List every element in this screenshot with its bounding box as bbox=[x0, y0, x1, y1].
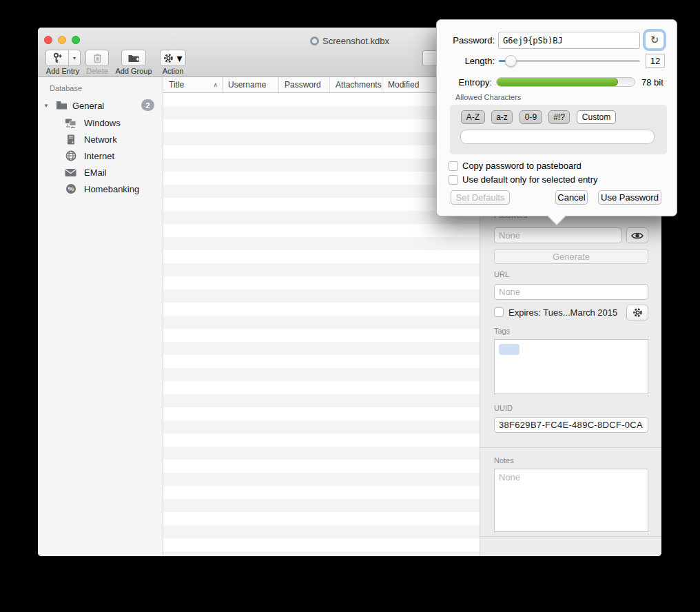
delete-label: Delete bbox=[86, 67, 108, 75]
entry-table: Title ∧ Username Password Attachments Mo… bbox=[163, 77, 480, 556]
add-entry-label: Add Entry bbox=[46, 67, 79, 75]
refresh-icon: ↻ bbox=[650, 34, 659, 46]
percent-icon: % bbox=[65, 183, 76, 195]
tag-token[interactable] bbox=[499, 344, 519, 355]
copy-to-pasteboard-label: Copy password to pasteboard bbox=[462, 161, 581, 171]
generate-password-button[interactable]: Generate bbox=[494, 249, 648, 264]
default-for-entry-row: Use default only for selected entry bbox=[449, 174, 598, 185]
generated-password-field[interactable] bbox=[498, 32, 640, 49]
url-field[interactable] bbox=[494, 284, 648, 300]
default-for-entry-label: Use default only for selected entry bbox=[462, 174, 598, 185]
add-entry-button[interactable]: ▾ bbox=[45, 50, 81, 66]
charset-symbols-toggle[interactable]: #!? bbox=[548, 110, 570, 124]
allowed-characters-groupbox: A-Z a-z 0-9 #!? Custom bbox=[450, 105, 667, 154]
entropy-meter-fill bbox=[497, 78, 618, 86]
sidebar-section-header: Database bbox=[50, 84, 82, 92]
sidebar-item-email[interactable]: EMail bbox=[38, 165, 163, 179]
cancel-button[interactable]: Cancel bbox=[555, 190, 588, 205]
delete-button[interactable] bbox=[85, 50, 109, 66]
entry-table-header: Title ∧ Username Password Attachments Mo… bbox=[163, 77, 480, 93]
sidebar-item-windows[interactable]: Windows bbox=[38, 116, 163, 130]
add-group-button[interactable] bbox=[121, 50, 146, 66]
regenerate-password-button[interactable]: ↻ bbox=[645, 31, 664, 49]
group-sidebar: Database ▼ General 2 bbox=[38, 77, 163, 556]
reveal-password-button[interactable] bbox=[626, 227, 648, 243]
chevron-down-icon[interactable]: ▾ bbox=[69, 50, 80, 65]
server-icon bbox=[65, 134, 76, 145]
expiry-date-options-button[interactable] bbox=[626, 305, 648, 320]
sidebar-item-general[interactable]: ▼ General 2 bbox=[38, 99, 163, 112]
length-value-field[interactable]: 12 bbox=[646, 54, 665, 68]
sidebar-item-label: Homebanking bbox=[84, 184, 139, 194]
tags-field[interactable] bbox=[494, 339, 648, 394]
use-password-button[interactable]: Use Password bbox=[598, 190, 661, 205]
window-title: Screenshot.kdbx bbox=[322, 36, 389, 46]
sidebar-item-homebanking[interactable]: % Homebanking bbox=[38, 182, 163, 196]
column-header-password[interactable]: Password bbox=[279, 77, 330, 92]
password-field[interactable] bbox=[494, 227, 621, 243]
charset-custom-toggle[interactable]: Custom bbox=[577, 110, 616, 124]
folder-icon bbox=[56, 100, 68, 112]
sidebar-item-label: Network bbox=[84, 134, 117, 145]
column-header-username[interactable]: Username bbox=[223, 77, 279, 92]
svg-text:%: % bbox=[68, 185, 74, 192]
password-generator-popover: Password: ↻ Length: 12 Entropy: 78 bit A… bbox=[436, 19, 677, 216]
disclosure-triangle-icon[interactable]: ▼ bbox=[43, 103, 49, 109]
tags-section-label: Tags bbox=[494, 327, 510, 335]
copy-to-pasteboard-row: Copy password to pasteboard bbox=[449, 161, 581, 171]
eye-icon bbox=[631, 232, 644, 240]
folder-plus-icon bbox=[127, 53, 140, 63]
custom-characters-field[interactable] bbox=[460, 130, 655, 144]
url-section-label: URL bbox=[494, 270, 509, 278]
allowed-characters-label: Allowed Characters bbox=[455, 93, 521, 101]
length-slider[interactable] bbox=[499, 60, 640, 62]
expires-label: Expires: Tues...March 2015 bbox=[508, 307, 617, 318]
document-proxy-icon bbox=[310, 37, 319, 45]
uuid-section-label: UUID bbox=[494, 404, 513, 412]
chevron-down-icon: ▾ bbox=[176, 52, 182, 65]
sidebar-item-label: Internet bbox=[84, 151, 114, 161]
inspector-divider bbox=[480, 536, 661, 537]
expires-checkbox[interactable] bbox=[494, 307, 504, 317]
envelope-icon bbox=[65, 167, 76, 178]
column-header-attachments[interactable]: Attachments bbox=[330, 77, 382, 92]
sidebar-item-label: General bbox=[72, 101, 104, 111]
notes-section-label: Notes bbox=[494, 456, 514, 465]
gear-icon bbox=[632, 307, 643, 318]
sidebar-item-internet[interactable]: Internet bbox=[38, 149, 163, 163]
add-group-label: Add Group bbox=[115, 67, 152, 75]
entry-table-body[interactable] bbox=[163, 93, 480, 556]
entropy-value: 78 bit bbox=[641, 77, 663, 88]
length-slider-knob[interactable] bbox=[505, 55, 517, 67]
trash-icon bbox=[92, 52, 103, 63]
charset-digits-toggle[interactable]: 0-9 bbox=[519, 110, 542, 124]
globe-icon bbox=[65, 150, 76, 162]
sidebar-item-label: Windows bbox=[84, 118, 121, 128]
uuid-field[interactable] bbox=[494, 417, 648, 433]
screen: Screenshot.kdbx ▾ Add Entry bbox=[0, 0, 700, 612]
sidebar-item-network[interactable]: Network bbox=[38, 132, 163, 146]
length-label: Length: bbox=[437, 56, 495, 66]
entry-count-badge: 2 bbox=[141, 99, 154, 111]
sort-ascending-icon: ∧ bbox=[213, 81, 218, 88]
gear-icon bbox=[163, 53, 174, 63]
default-for-entry-checkbox[interactable] bbox=[449, 175, 458, 185]
notes-field[interactable] bbox=[494, 469, 648, 532]
computers-icon bbox=[65, 117, 76, 129]
entropy-label: Entropy: bbox=[437, 77, 492, 88]
action-label: Action bbox=[163, 67, 184, 75]
entropy-meter bbox=[496, 77, 635, 87]
generated-password-label: Password: bbox=[437, 35, 495, 45]
charset-lowercase-toggle[interactable]: a-z bbox=[491, 110, 513, 124]
sidebar-item-label: EMail bbox=[84, 167, 107, 178]
set-defaults-button[interactable]: Set Defaults bbox=[451, 190, 510, 205]
column-header-title[interactable]: Title ∧ bbox=[163, 77, 223, 92]
copy-to-pasteboard-checkbox[interactable] bbox=[449, 161, 458, 171]
key-plus-icon bbox=[52, 52, 63, 63]
action-button[interactable]: ▾ bbox=[160, 50, 186, 66]
charset-uppercase-toggle[interactable]: A-Z bbox=[461, 110, 485, 124]
inspector-divider bbox=[480, 447, 661, 448]
